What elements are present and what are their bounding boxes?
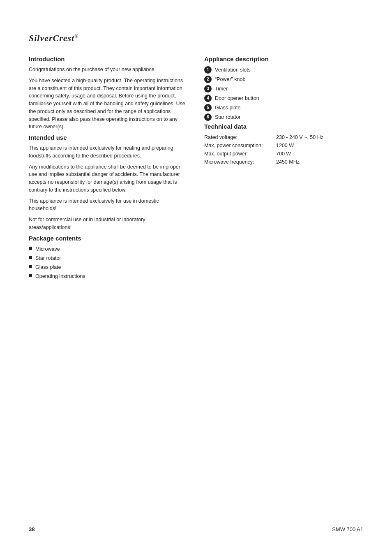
appliance-item-1: Ventilation slots [215,66,251,74]
package-contents-section: Package contents Microwave Star rotator … [29,235,188,280]
table-row: Max. power consumption: 1200 W [204,141,363,150]
appliance-description-heading: Appliance description [204,56,363,62]
intended-use-para-1: This appliance is intended exclusively f… [29,144,188,160]
list-item: 4 Door opener button [204,94,363,102]
bullet-icon [29,274,32,277]
package-item-3: Glass plate [35,263,61,271]
page-number: 38 [29,526,35,532]
item-number-2: 2 [204,76,212,83]
intended-use-para-3: This appliance is intended exclusively f… [29,197,188,213]
list-item: 1 Ventilation slots [204,66,363,74]
intended-use-para-4: Not for commercial use or in industrial … [29,216,188,231]
list-item: 2 “Power” knob [204,75,363,83]
tech-label-3: Max. output power: [204,150,276,158]
package-item-1: Microwave [35,245,60,253]
appliance-description-section: Appliance description 1 Ventilation slot… [204,56,363,121]
tech-label-2: Max. power consumption: [204,141,276,150]
package-item-4: Operating instructions [35,272,85,280]
tech-label-4: Microwave frequency: [204,158,276,166]
left-column: Introduction Congratulations on the purc… [29,56,188,282]
intended-use-section: Intended use This appliance is intended … [29,134,188,231]
list-item: Star rotator [29,254,188,262]
technical-data-section: Technical data Rated voltage: 230 - 240 … [204,123,363,166]
list-item: Glass plate [29,263,188,271]
appliance-description-list: 1 Ventilation slots 2 “Power” knob 3 Tim… [204,66,363,121]
intended-use-para-2: Any modifications to the appliance shall… [29,163,188,194]
bullet-icon [29,256,32,259]
brand-name: SilverCrest® [29,33,78,43]
list-item: Operating instructions [29,272,188,280]
intended-use-heading: Intended use [29,134,188,141]
right-column: Appliance description 1 Ventilation slot… [204,56,363,282]
appliance-item-3: Timer [215,85,228,93]
intro-para-2: You have selected a high-quality product… [29,77,188,131]
item-number-3: 3 [204,85,212,92]
intro-para-1: Congratulations on the purchase of your … [29,66,188,74]
tech-value-2: 1200 W [276,141,294,150]
appliance-item-4: Door opener button [215,94,259,102]
table-row: Max. output power: 700 W [204,150,363,158]
appliance-item-5: Glass plate [215,104,241,112]
model-number: SMW 700 A1 [332,526,363,532]
bullet-icon [29,247,32,250]
tech-label-1: Rated voltage: [204,133,276,141]
list-item: 5 Glass plate [204,104,363,112]
item-number-4: 4 [204,95,212,102]
appliance-item-6: Star rotator [215,113,241,121]
brand-header: SilverCrest® [29,33,363,47]
technical-data-table: Rated voltage: 230 - 240 V ~, 50 Hz Max.… [204,133,363,166]
table-row: Rated voltage: 230 - 240 V ~, 50 Hz [204,133,363,141]
item-number-5: 5 [204,104,212,111]
item-number-1: 1 [204,66,212,74]
introduction-heading: Introduction [29,56,188,62]
package-contents-list: Microwave Star rotator Glass plate Opera… [29,245,188,280]
bullet-icon [29,265,32,268]
tech-value-1: 230 - 240 V ~, 50 Hz [276,133,323,141]
appliance-item-2: “Power” knob [215,75,245,83]
tech-value-3: 700 W [276,150,291,158]
list-item: 3 Timer [204,85,363,93]
table-row: Microwave frequency: 2450 MHz [204,158,363,166]
introduction-section: Introduction Congratulations on the purc… [29,56,188,131]
package-item-2: Star rotator [35,254,61,262]
main-content: Introduction Congratulations on the purc… [29,56,363,282]
list-item: 6 Star rotator [204,113,363,121]
list-item: Microwave [29,245,188,253]
item-number-6: 6 [204,113,212,121]
package-contents-heading: Package contents [29,235,188,242]
tech-value-4: 2450 MHz [276,158,300,166]
page-footer: 38 SMW 700 A1 [29,526,363,532]
technical-data-heading: Technical data [204,123,363,130]
